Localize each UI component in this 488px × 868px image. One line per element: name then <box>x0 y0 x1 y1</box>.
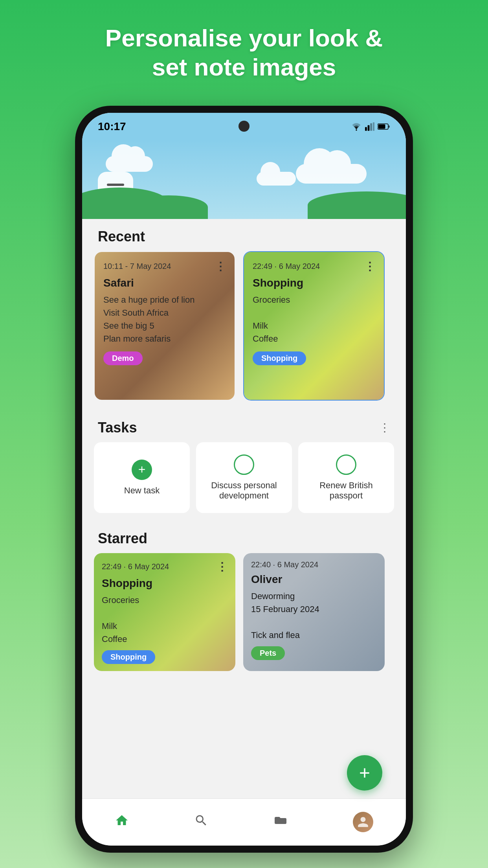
status-bar: 10:17 <box>82 113 406 140</box>
cloud2 <box>296 164 367 184</box>
task-card-passport[interactable]: Renew British passport <box>298 442 394 513</box>
camera-notch <box>238 121 250 132</box>
starred-oliver-date: 22:40 · 6 May 2024 <box>251 560 318 569</box>
bottom-nav <box>82 798 406 846</box>
svg-rect-1 <box>365 127 367 131</box>
status-time: 10:17 <box>98 120 126 133</box>
safari-tag[interactable]: Demo <box>103 351 143 365</box>
starred-shopping-title: Shopping <box>102 577 227 590</box>
nav-search[interactable] <box>194 813 208 831</box>
avatar <box>353 812 373 832</box>
task-card-discuss[interactable]: Discuss personal development <box>196 442 292 513</box>
starred-oliver-body: Deworming 15 February 2024 Tick and flea <box>251 590 377 642</box>
tasks-section: Tasks ⋮ + New task Discuss personal deve… <box>82 410 406 521</box>
svg-point-0 <box>356 129 357 131</box>
task-circle-discuss[interactable] <box>234 454 254 475</box>
svg-rect-7 <box>388 125 390 128</box>
shopping-content: 22:49 · 6 May 2024 ⋮ Shopping Groceries … <box>244 252 384 400</box>
safari-actions: ✉ ⇪ ☆ <box>95 400 235 401</box>
nav-home[interactable] <box>115 813 129 831</box>
shopping-dots[interactable]: ⋮ <box>364 260 375 273</box>
hill3 <box>308 191 406 219</box>
tasks-row: + New task Discuss personal development … <box>82 442 406 513</box>
starred-oliver-tag[interactable]: Pets <box>251 646 285 660</box>
tasks-more-icon[interactable]: ⋮ <box>379 421 390 434</box>
shopping-actions: ✓ <box>244 400 384 401</box>
starred-shopping-body: Groceries Milk Coffee <box>102 594 227 645</box>
shopping-meta: 22:49 · 6 May 2024 ⋮ <box>253 260 375 273</box>
phone-wrapper: 10:17 <box>75 106 413 853</box>
status-icons <box>351 122 390 131</box>
task-circle-passport[interactable] <box>336 454 356 475</box>
headline-line1: Personalise your look & <box>105 24 383 51</box>
task-card-new[interactable]: + New task <box>94 442 190 513</box>
starred-shopping-date: 22:49 · 6 May 2024 <box>102 562 169 571</box>
starred-title: Starred <box>98 530 147 547</box>
svg-rect-8 <box>275 820 286 823</box>
passport-task-label: Renew British passport <box>305 480 388 501</box>
signal-icon <box>365 122 374 131</box>
discuss-task-label: Discuss personal development <box>202 480 286 501</box>
content-area: Recent 10:11 - 7 May 2024 ⋮ Safari See a… <box>82 219 406 671</box>
cloud3 <box>257 172 296 186</box>
starred-oliver-meta: 22:40 · 6 May 2024 <box>251 560 377 569</box>
shopping-body: Groceries Milk Coffee <box>253 293 375 345</box>
headline: Personalise your look & set note images <box>74 24 414 82</box>
starred-shopping-dots[interactable]: ⋮ <box>216 560 227 573</box>
search-icon <box>194 813 208 831</box>
note-card-safari[interactable]: 10:11 - 7 May 2024 ⋮ Safari See a huge p… <box>94 251 235 401</box>
nav-profile[interactable] <box>353 812 373 832</box>
shopping-title: Shopping <box>253 277 375 289</box>
fab-icon: + <box>359 762 370 783</box>
safari-title: Safari <box>103 277 226 289</box>
tasks-title: Tasks <box>98 419 137 436</box>
starred-card-oliver[interactable]: 22:40 · 6 May 2024 Oliver Deworming 15 F… <box>243 553 385 671</box>
starred-row: 22:49 · 6 May 2024 ⋮ Shopping Groceries … <box>82 553 406 671</box>
notes-row: 10:11 - 7 May 2024 ⋮ Safari See a huge p… <box>82 251 406 410</box>
sky-area <box>82 140 406 219</box>
starred-shopping-tag[interactable]: Shopping <box>102 650 155 664</box>
hill2 <box>129 195 208 219</box>
shopping-date: 22:49 · 6 May 2024 <box>253 262 320 271</box>
svg-rect-6 <box>378 124 385 129</box>
starred-shopping-meta: 22:49 · 6 May 2024 ⋮ <box>102 560 227 573</box>
safari-dots[interactable]: ⋮ <box>215 260 226 273</box>
fab-button[interactable]: + <box>347 755 382 791</box>
battery-icon <box>378 123 390 130</box>
cloud1 <box>106 156 153 172</box>
logo-line1 <box>107 184 124 186</box>
starred-section: Starred 22:49 · 6 May 2024 ⋮ Shopping Gr… <box>82 521 406 671</box>
recent-section: Recent 10:11 - 7 May 2024 ⋮ Safari See a… <box>82 219 406 410</box>
shopping-tag[interactable]: Shopping <box>253 351 306 365</box>
new-task-label: New task <box>124 485 160 496</box>
starred-card-shopping[interactable]: 22:49 · 6 May 2024 ⋮ Shopping Groceries … <box>94 553 235 671</box>
phone-screen: 10:17 <box>82 113 406 846</box>
svg-rect-3 <box>370 123 372 131</box>
recent-header: Recent <box>82 219 406 251</box>
add-task-icon[interactable]: + <box>132 460 152 480</box>
tasks-header: Tasks ⋮ <box>82 410 406 442</box>
wifi-icon <box>351 122 362 131</box>
headline-line2: set note images <box>152 53 336 81</box>
starred-oliver-title: Oliver <box>251 573 377 586</box>
note-card-shopping[interactable]: 22:49 · 6 May 2024 ⋮ Shopping Groceries … <box>243 251 385 401</box>
nav-folders[interactable] <box>273 813 288 831</box>
svg-rect-4 <box>373 122 374 131</box>
safari-date: 10:11 - 7 May 2024 <box>103 262 171 271</box>
hills <box>82 188 406 219</box>
starred-header: Starred <box>82 521 406 553</box>
svg-rect-2 <box>368 125 370 131</box>
safari-body: See a huge pride of lion Visit South Afr… <box>103 293 226 345</box>
safari-meta: 10:11 - 7 May 2024 ⋮ <box>103 260 226 273</box>
headline-area: Personalise your look & set note images <box>74 0 414 82</box>
home-icon <box>115 813 129 831</box>
safari-content: 10:11 - 7 May 2024 ⋮ Safari See a huge p… <box>95 252 235 400</box>
folders-icon <box>273 813 288 831</box>
recent-title: Recent <box>98 228 145 245</box>
